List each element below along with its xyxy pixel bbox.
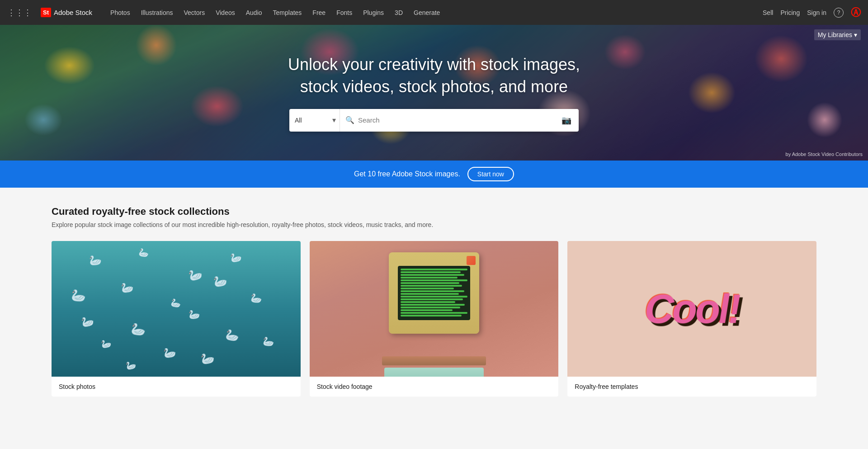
search-input[interactable] [358,116,556,124]
nav-link-videos[interactable]: Videos [211,0,240,25]
promo-banner: Get 10 free Adobe Stock images. Start no… [0,161,868,188]
swans-scene: 🦢 🦢 🦢 🦢 🦢 🦢 🦢 🦢 🦢 🦢 🦢 🦢 🦢 🦢 🦢 🦢 [52,241,301,377]
screen-line-14 [401,304,465,306]
collection-card-stock-photos[interactable]: 🦢 🦢 🦢 🦢 🦢 🦢 🦢 🦢 🦢 🦢 🦢 🦢 🦢 🦢 🦢 🦢 [52,241,301,397]
swan-5: 🦢 [71,288,87,303]
nav-link-3d[interactable]: 3D [390,0,407,25]
swan-13: 🦢 [225,328,240,343]
collection-card-label-photos: Stock photos [52,377,301,397]
hero-section: My Libraries ▾ Unlock your creativity wi… [0,25,868,161]
screen-line-1 [401,269,467,270]
screen-line-16 [401,309,453,311]
logo-text: Adobe Stock [54,9,92,16]
collections-grid: 🦢 🦢 🦢 🦢 🦢 🦢 🦢 🦢 🦢 🦢 🦢 🦢 🦢 🦢 🦢 🦢 [52,241,816,397]
nav-left: ⋮⋮⋮ St Adobe Stock Photos Illustrations … [7,0,763,25]
my-libraries-label: My Libraries [818,31,852,38]
pricing-link[interactable]: Pricing [780,9,800,16]
screen-line-5 [401,279,467,281]
swan-15: 🦢 [163,346,176,359]
monitor-screen [398,266,470,320]
screen-line-10 [401,293,459,295]
monitor-body [389,252,479,334]
swan-11: 🦢 [130,321,146,337]
promo-text: Get 10 free Adobe Stock images. [354,170,460,178]
swan-17: 🦢 [200,351,215,366]
screen-line-18 [401,315,462,317]
nav-link-illustrations[interactable]: Illustrations [137,0,178,25]
nav-link-audio[interactable]: Audio [241,0,267,25]
attribution-text: by Adobe Stock Video Contributors [786,151,863,157]
screen-line-17 [401,312,467,314]
search-icon: 🔍 [345,116,354,124]
start-now-button[interactable]: Start now [467,167,514,181]
screen-line-9 [401,290,464,292]
collection-card-image-computer [310,241,559,377]
swan-10: 🦢 [80,314,95,328]
swan-9: 🦢 [250,292,262,304]
hero-attribution: by Adobe Stock Video Contributors [786,151,863,157]
my-libraries-button[interactable]: My Libraries ▾ [814,29,861,40]
screen-line-7 [401,285,462,287]
search-category-dropdown-wrapper: All Photos Illustrations Vectors Videos … [289,109,340,132]
screen-line-4 [401,277,458,279]
nav-link-free[interactable]: Free [308,0,330,25]
computer-setup [382,252,486,365]
help-icon[interactable]: ? [834,8,844,18]
collection-card-label-video: Stock video footage [310,377,559,397]
adobe-stock-logo[interactable]: St Adobe Stock [41,8,92,17]
collection-card-image-cool: Cool! [567,241,816,377]
nav-right: Sell Pricing Sign in ? Ⓐ [763,6,861,19]
collection-card-stock-video[interactable]: Stock video footage [310,241,559,397]
chevron-down-icon: ▾ [854,31,857,38]
swan-8: 🦢 [212,274,228,289]
collection-card-templates[interactable]: Cool! Royalty-free templates [567,241,816,397]
cool-text: Cool! [644,289,741,330]
screen-line-11 [401,296,467,298]
nav-link-vectors[interactable]: Vectors [179,0,209,25]
screen-line-12 [401,298,463,300]
hero-title-line2: stock videos, stock photos, and more [300,77,568,96]
navbar: ⋮⋮⋮ St Adobe Stock Photos Illustrations … [0,0,868,25]
visual-search-button[interactable]: 📷 [560,113,573,127]
screen-line-13 [401,301,455,303]
screen-line-6 [401,282,459,284]
nav-link-generate[interactable]: Generate [409,0,444,25]
swan-3: 🦢 [187,267,203,283]
nav-link-plugins[interactable]: Plugins [359,0,388,25]
collections-section: Curated royalty-free stock collections E… [0,188,868,406]
screen-line-15 [401,307,460,308]
monitor-accent [467,256,476,265]
search-input-wrapper: 🔍 📷 [340,109,579,132]
swan-18: 🦢 [125,359,137,371]
swan-14: 🦢 [100,338,112,349]
hero-title: Unlock your creativity with stock images… [288,54,580,98]
hero-title-line1: Unlock your creativity with stock images… [288,55,580,74]
sign-in-link[interactable]: Sign in [807,9,826,16]
collection-card-label-templates: Royalty-free templates [567,377,816,397]
screen-line-8 [401,288,454,289]
nav-link-templates[interactable]: Templates [269,0,307,25]
swan-6: 🦢 [120,281,134,294]
disk-drive [382,356,486,365]
nav-links: Photos Illustrations Vectors Videos Audi… [106,0,444,25]
search-category-dropdown[interactable]: All Photos Illustrations Vectors Videos … [289,109,340,132]
collections-title: Curated royalty-free stock collections [52,206,816,217]
sell-link[interactable]: Sell [763,9,773,16]
computer-scene [310,241,559,377]
screen-line-3 [401,274,464,276]
collections-subtitle: Explore popular stock image collections … [52,221,816,228]
swan-12: 🦢 [188,308,200,320]
cool-scene: Cool! [567,241,816,377]
swan-7: 🦢 [170,297,182,309]
keyboard-keys [384,368,484,377]
collection-card-image-swans: 🦢 🦢 🦢 🦢 🦢 🦢 🦢 🦢 🦢 🦢 🦢 🦢 🦢 🦢 🦢 🦢 [52,241,301,377]
adobe-icon[interactable]: Ⓐ [851,6,861,19]
apps-grid-icon[interactable]: ⋮⋮⋮ [7,8,32,18]
nav-link-photos[interactable]: Photos [106,0,135,25]
screen-line-2 [401,271,461,273]
nav-link-fonts[interactable]: Fonts [332,0,357,25]
swan-16: 🦢 [263,336,275,347]
keyboard [384,368,484,377]
search-bar: All Photos Illustrations Vectors Videos … [289,109,579,132]
swan-1: 🦢 [89,254,102,267]
